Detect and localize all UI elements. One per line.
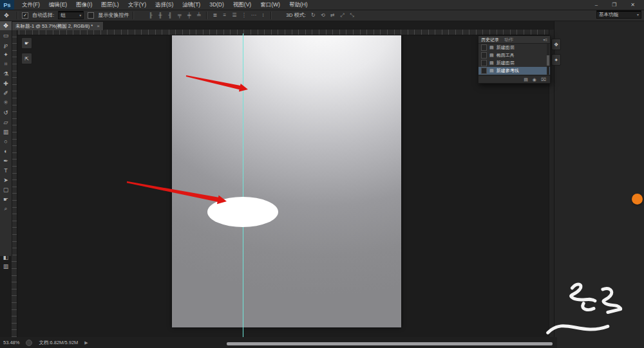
document-tab-close-icon[interactable]: × (97, 23, 100, 29)
align-v-centers-icon[interactable]: ╪ (185, 12, 193, 18)
history-scrollbar[interactable] (547, 44, 549, 75)
history-state[interactable]: ▤椭圆工具 (478, 51, 550, 59)
history-source-checkbox[interactable] (481, 60, 487, 66)
new-snapshot-icon[interactable]: ◉ (533, 77, 536, 82)
notification-badge[interactable] (632, 194, 643, 205)
tab-actions[interactable]: 动作 (504, 37, 513, 43)
history-source-checkbox[interactable] (481, 52, 487, 59)
shape-tool[interactable]: ▢ (0, 185, 12, 194)
align-right-edges-icon[interactable]: ╢ (166, 12, 173, 18)
float-hand-icon[interactable]: ☛ (21, 37, 32, 49)
menu-item[interactable]: 文件(F) (22, 1, 40, 9)
menu-item[interactable]: 图层(L) (101, 1, 118, 9)
history-brush-tool[interactable]: ↺ (0, 107, 12, 117)
auto-select-dropdown[interactable]: 组▾ (58, 11, 84, 19)
distribute-h-centers-icon[interactable]: ⋯ (250, 12, 257, 18)
align-top-edges-icon[interactable]: ╤ (176, 12, 183, 18)
status-flyout-arrow-icon[interactable]: ▶ (84, 340, 88, 345)
3d-roll-icon[interactable]: ⟲ (319, 12, 327, 19)
pen-tool[interactable]: ✒ (0, 156, 12, 165)
3d-drag-icon[interactable]: ⇄ (329, 12, 336, 19)
move-tool[interactable]: ✥ (0, 21, 12, 30)
blur-tool[interactable]: ○ (0, 136, 12, 146)
quick-selection-tool[interactable]: ✦ (0, 50, 12, 59)
align-icon-group: ╟╫╢╤╪╧ (147, 12, 202, 18)
3d-rotate-icon[interactable]: ↻ (310, 12, 317, 19)
collapsed-panel-properties-icon[interactable]: ❖ (551, 39, 561, 50)
status-circle-icon (26, 340, 32, 346)
new-doc-from-state-icon[interactable]: ▤ (524, 77, 528, 82)
history-state-label: 新建图层 (497, 60, 515, 66)
auto-select-checkbox[interactable]: ✓ (22, 12, 28, 19)
minimize-button[interactable]: – (595, 2, 598, 8)
collapsed-panel-info-icon[interactable]: ✦ (551, 54, 561, 66)
menu-item[interactable]: 文字(Y) (128, 1, 146, 9)
document-canvas[interactable] (172, 33, 401, 327)
dodge-tool[interactable]: ◐ (0, 146, 12, 156)
document-tab-title: 未标题-1 @ 53.7%(椭圆 2, RGB/8) * (15, 23, 93, 30)
distribute-v-centers-icon[interactable]: ≡ (221, 12, 228, 18)
hand-tool[interactable]: ☛ (0, 194, 12, 204)
show-transform-checkbox[interactable] (88, 12, 94, 19)
3d-scale-icon[interactable]: ⤡ (348, 12, 355, 19)
tab-history[interactable]: 历史记录 (481, 37, 499, 43)
tools-panel: ✥▭℘✦⌗⚗✚✐⍟↺▱▥○◐✒T➤▢☛⌕ (0, 21, 12, 256)
vertical-guide-line[interactable] (243, 33, 243, 337)
3d-mode-label: 3D 模式: (286, 12, 306, 19)
distribute-top-icon[interactable]: ≣ (211, 12, 218, 18)
close-button[interactable]: ✕ (630, 2, 635, 8)
distribute-right-icon[interactable]: ⁞ (260, 12, 267, 18)
marquee-tool[interactable]: ▭ (0, 30, 12, 40)
type-tool[interactable]: T (0, 165, 12, 175)
auto-select-label: 自动选择: (32, 12, 54, 19)
float-arrange-icon[interactable]: ⇱ (21, 53, 32, 64)
history-state[interactable]: ▤新建图层 (478, 44, 550, 51)
menu-item[interactable]: 图像(I) (76, 1, 92, 9)
healing-brush-tool[interactable]: ✚ (0, 78, 12, 88)
eyedropper-tool[interactable]: ⚗ (0, 69, 12, 78)
distribute-bottom-icon[interactable]: ☰ (231, 12, 238, 18)
eraser-tool[interactable]: ▱ (0, 117, 12, 127)
crop-tool[interactable]: ⌗ (0, 59, 12, 69)
history-state-icon: ▤ (489, 60, 494, 66)
menu-item[interactable]: 3D(D) (209, 1, 224, 9)
menu-item[interactable]: 滤镜(T) (182, 1, 200, 9)
zoom-tool[interactable]: ⌕ (0, 204, 12, 214)
brush-tool[interactable]: ✐ (0, 88, 12, 98)
align-bottom-edges-icon[interactable]: ╧ (195, 12, 202, 18)
horizontal-ruler (12, 30, 554, 35)
clone-stamp-tool[interactable]: ⍟ (0, 98, 12, 107)
path-selection-tool[interactable]: ➤ (0, 175, 12, 185)
workspace-switcher[interactable]: 基本功能▾ (596, 10, 641, 19)
horizontal-scrollbar-thumb[interactable] (227, 342, 553, 345)
panel-menu-icon[interactable]: ▾≡ (543, 37, 547, 42)
3d-slide-icon[interactable]: ⤢ (339, 12, 346, 19)
history-state-label: 椭圆工具 (497, 52, 515, 59)
history-source-checkbox[interactable] (481, 44, 487, 51)
menu-item[interactable]: 选择(S) (155, 1, 173, 9)
menu-bar: Ps 文件(F)编辑(E)图像(I)图层(L)文字(Y)选择(S)滤镜(T)3D… (0, 0, 644, 10)
menu-item[interactable]: 窗口(W) (260, 1, 280, 9)
menu-item[interactable]: 帮助(H) (289, 1, 308, 9)
distribute-left-icon[interactable]: ⋮ (240, 12, 247, 18)
zoom-level[interactable]: 53.48% (3, 340, 19, 345)
restore-button[interactable]: ❐ (612, 2, 616, 8)
document-tab[interactable]: 未标题-1 @ 53.7%(椭圆 2, RGB/8) * × (12, 21, 104, 30)
history-source-checkbox[interactable] (481, 68, 487, 74)
history-state-list: ▤新建图层▤椭圆工具▤新建图层▤新建参考线 (478, 44, 550, 75)
gradient-tool[interactable]: ▥ (0, 127, 12, 136)
history-state[interactable]: ▤新建参考线 (478, 67, 550, 75)
lasso-tool[interactable]: ℘ (0, 40, 12, 50)
screen-mode-button[interactable]: ▥ (0, 261, 12, 271)
delete-state-icon[interactable]: ⌧ (541, 77, 546, 82)
menu-item[interactable]: 视图(V) (233, 1, 251, 9)
history-state[interactable]: ▤新建图层 (478, 59, 550, 67)
options-bar: ✥ ✓ 自动选择: 组▾ 显示变换控件 ╟╫╢╤╪╧ ≣≡☰⋮⋯⁞ 3D 模式:… (0, 10, 644, 21)
collapsed-panel-dock: ❖✦ (551, 39, 561, 69)
align-h-centers-icon[interactable]: ╫ (156, 12, 164, 18)
menu-item[interactable]: 编辑(E) (49, 1, 67, 9)
3d-mode-icon-group: ↻⟲⇄⤢⤡ (310, 12, 355, 19)
white-ellipse-shape[interactable] (207, 197, 278, 227)
align-left-edges-icon[interactable]: ╟ (147, 12, 154, 18)
photoshop-logo: Ps (0, 0, 14, 10)
